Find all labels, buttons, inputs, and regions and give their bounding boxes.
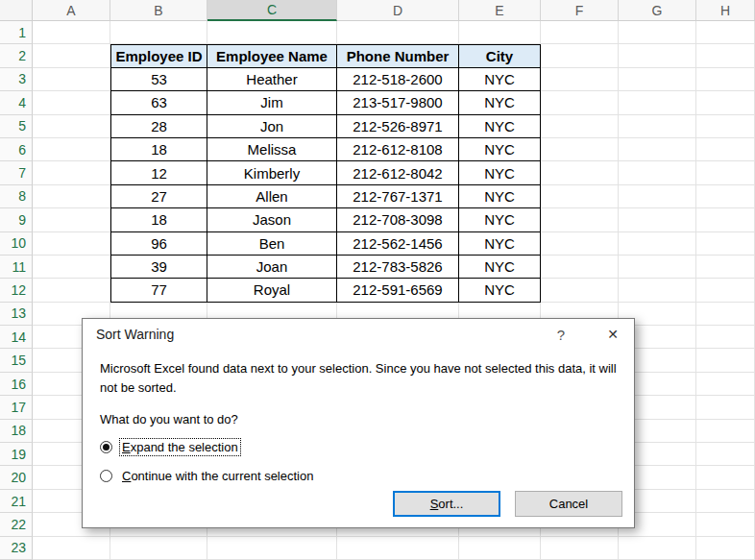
- cell-F12[interactable]: [541, 279, 619, 302]
- cell-A10[interactable]: [33, 232, 110, 256]
- cell-H1[interactable]: [696, 21, 755, 44]
- table-cell[interactable]: 212-612-8042: [337, 161, 459, 184]
- cell-H3[interactable]: [696, 68, 755, 91]
- table-cell[interactable]: 212-708-3098: [337, 208, 459, 231]
- row-header-15[interactable]: 15: [0, 349, 33, 372]
- table-cell[interactable]: 53: [110, 68, 207, 91]
- cell-A4[interactable]: [33, 91, 110, 114]
- cell-F8[interactable]: [541, 185, 619, 208]
- table-cell[interactable]: Royal: [207, 279, 337, 302]
- cell-F6[interactable]: [541, 138, 619, 161]
- cell-H15[interactable]: [696, 349, 755, 372]
- table-cell[interactable]: 212-783-5826: [337, 256, 459, 279]
- continue-selection-radio[interactable]: [100, 470, 112, 482]
- cell-H14[interactable]: [696, 326, 755, 349]
- cell-H21[interactable]: [696, 490, 755, 513]
- cell-H18[interactable]: [696, 420, 755, 443]
- cell-H19[interactable]: [696, 443, 755, 466]
- row-header-10[interactable]: 10: [0, 232, 33, 256]
- table-cell[interactable]: 212-612-8108: [337, 138, 459, 161]
- row-header-1[interactable]: 1: [0, 21, 33, 44]
- cell-C1[interactable]: [207, 21, 337, 44]
- cell-H13[interactable]: [696, 303, 755, 326]
- row-header-9[interactable]: 9: [0, 208, 33, 231]
- table-cell[interactable]: NYC: [459, 68, 541, 91]
- table-cell[interactable]: Jon: [207, 115, 337, 138]
- table-header-cell[interactable]: Employee ID: [110, 44, 207, 67]
- row-header-5[interactable]: 5: [0, 115, 33, 138]
- cell-H9[interactable]: [696, 208, 755, 231]
- cell-G6[interactable]: [619, 138, 696, 161]
- row-header-3[interactable]: 3: [0, 68, 33, 91]
- table-cell[interactable]: Allen: [207, 185, 337, 208]
- cancel-button[interactable]: Cancel: [515, 491, 622, 517]
- cell-G23[interactable]: [619, 537, 696, 560]
- table-cell[interactable]: 28: [110, 115, 207, 138]
- close-icon[interactable]: ✕: [597, 319, 628, 350]
- cell-H20[interactable]: [696, 466, 755, 489]
- column-header-F[interactable]: F: [541, 0, 619, 21]
- table-cell[interactable]: 77: [110, 279, 207, 302]
- cell-F7[interactable]: [541, 161, 619, 184]
- table-cell[interactable]: 18: [110, 208, 207, 231]
- cell-H23[interactable]: [696, 537, 755, 560]
- cell-F4[interactable]: [541, 91, 619, 114]
- cell-H6[interactable]: [696, 138, 755, 161]
- select-all-corner[interactable]: [0, 0, 33, 21]
- cell-G12[interactable]: [619, 279, 696, 302]
- cell-G10[interactable]: [619, 232, 696, 256]
- cell-H5[interactable]: [696, 115, 755, 138]
- cell-H12[interactable]: [696, 279, 755, 302]
- expand-selection-radio[interactable]: [100, 441, 112, 453]
- row-header-4[interactable]: 4: [0, 91, 33, 114]
- row-header-16[interactable]: 16: [0, 373, 33, 396]
- cell-E23[interactable]: [459, 537, 541, 560]
- row-header-20[interactable]: 20: [0, 466, 33, 489]
- table-cell[interactable]: NYC: [459, 256, 541, 279]
- cell-A5[interactable]: [33, 115, 110, 138]
- table-cell[interactable]: NYC: [459, 208, 541, 231]
- column-header-D[interactable]: D: [337, 0, 459, 21]
- cell-B1[interactable]: [110, 21, 207, 44]
- cell-A8[interactable]: [33, 185, 110, 208]
- cell-H7[interactable]: [696, 161, 755, 184]
- cell-H16[interactable]: [696, 373, 755, 396]
- row-header-8[interactable]: 8: [0, 185, 33, 208]
- cell-D1[interactable]: [337, 21, 459, 44]
- cell-H2[interactable]: [696, 44, 755, 67]
- column-header-C[interactable]: C: [207, 0, 337, 21]
- table-cell[interactable]: 212-767-1371: [337, 185, 459, 208]
- cell-G3[interactable]: [619, 68, 696, 91]
- expand-selection-label[interactable]: Expand the selection: [120, 439, 240, 455]
- dialog-titlebar[interactable]: Sort Warning ? ✕: [83, 319, 634, 350]
- column-header-E[interactable]: E: [459, 0, 541, 21]
- table-cell[interactable]: NYC: [459, 161, 541, 184]
- cell-F11[interactable]: [541, 256, 619, 279]
- cell-H17[interactable]: [696, 396, 755, 419]
- table-cell[interactable]: NYC: [459, 115, 541, 138]
- table-header-cell[interactable]: Employee Name: [207, 44, 337, 67]
- row-header-2[interactable]: 2: [0, 44, 33, 67]
- cell-A9[interactable]: [33, 208, 110, 231]
- column-header-B[interactable]: B: [110, 0, 207, 21]
- table-cell[interactable]: Ben: [207, 232, 337, 256]
- cell-G2[interactable]: [619, 44, 696, 67]
- cell-F23[interactable]: [541, 537, 619, 560]
- column-header-G[interactable]: G: [619, 0, 696, 21]
- row-header-21[interactable]: 21: [0, 490, 33, 513]
- cell-C23[interactable]: [207, 537, 337, 560]
- table-cell[interactable]: Heather: [207, 68, 337, 91]
- continue-selection-option[interactable]: Continue with the current selection: [83, 468, 634, 484]
- table-cell[interactable]: Melissa: [207, 138, 337, 161]
- cell-E1[interactable]: [459, 21, 541, 44]
- cell-H11[interactable]: [696, 256, 755, 279]
- table-cell[interactable]: Jim: [207, 91, 337, 114]
- table-cell[interactable]: 212-591-6569: [337, 279, 459, 302]
- cell-F2[interactable]: [541, 44, 619, 67]
- cell-G9[interactable]: [619, 208, 696, 231]
- table-cell[interactable]: 212-562-1456: [337, 232, 459, 256]
- cell-G8[interactable]: [619, 185, 696, 208]
- table-cell[interactable]: Joan: [207, 256, 337, 279]
- table-cell[interactable]: 18: [110, 138, 207, 161]
- row-header-19[interactable]: 19: [0, 443, 33, 466]
